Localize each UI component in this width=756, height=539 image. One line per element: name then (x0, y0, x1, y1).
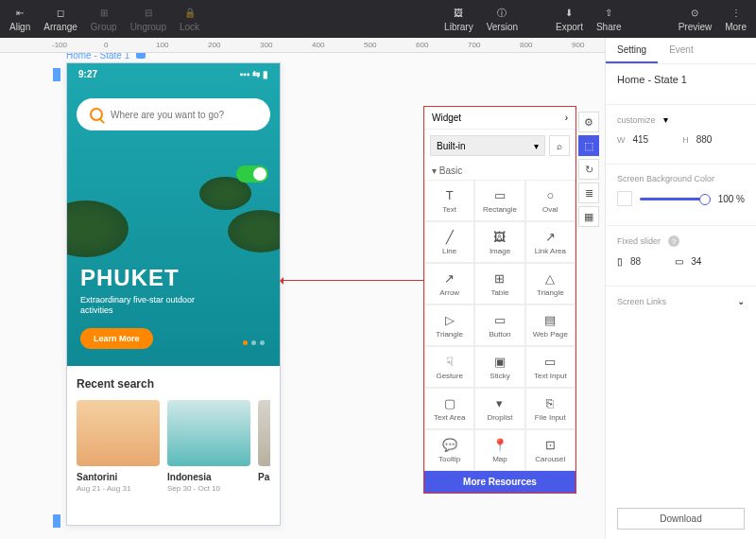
status-signal: ▪▪▪ ⇆ ▮ (240, 69, 268, 79)
canvas[interactable]: Home - State 1 9:27 ▪▪▪ ⇆ ▮ PHUKET Extra… (0, 53, 605, 539)
widget-button[interactable]: ▭Button (474, 304, 524, 346)
more-button[interactable]: ⋮More (725, 7, 747, 32)
widget-gesture[interactable]: ☟Gesture (424, 346, 474, 388)
refresh-icon[interactable]: ↻ (578, 159, 599, 180)
width-input[interactable]: 415 (633, 134, 649, 145)
preview-icon: ⊙ (688, 7, 701, 20)
more-icon: ⋮ (730, 7, 743, 20)
arrange-button[interactable]: ◻Arrange (43, 7, 77, 32)
ungroup-button[interactable]: ⊟Ungroup (130, 7, 166, 32)
link-area-icon: ↗ (542, 229, 558, 244)
recent-card[interactable]: IndonesiaSep 30 - Oct 10 (167, 400, 250, 493)
color-swatch[interactable] (617, 191, 632, 206)
export-button[interactable]: ⬇Export (556, 7, 583, 32)
customize-dropdown[interactable]: customize ▾ (617, 114, 745, 125)
grid-icon[interactable]: ▦ (578, 206, 599, 227)
side-toolbar: ⚙ ⬚ ↻ ≣ ▦ (578, 112, 601, 227)
slider-val-1[interactable]: 88 (630, 256, 641, 267)
learn-more-button[interactable]: Learn More (80, 328, 153, 349)
widget-category-select[interactable]: Built-in ▾ (430, 135, 545, 156)
recent-card[interactable]: SantoriniAug 21 - Aug 31 (77, 400, 160, 493)
search-input[interactable] (111, 110, 257, 120)
widget-table[interactable]: ⊞Table (474, 263, 524, 304)
device-icon: ▯ (617, 256, 623, 267)
toggle-switch[interactable] (236, 165, 268, 183)
widget-search-button[interactable]: ⌕ (549, 135, 570, 156)
widget-web-page[interactable]: ▤Web Page (525, 304, 576, 346)
card-date: Aug 21 - Aug 31 (77, 484, 160, 493)
arrange-icon: ◻ (54, 7, 67, 20)
cube-icon[interactable]: ⬚ (578, 135, 599, 156)
height-input[interactable]: 880 (696, 134, 713, 145)
hero-title: PHUKET (80, 265, 266, 291)
chevron-right-icon: › (565, 113, 568, 123)
rectangle-icon: ▭ (492, 187, 507, 202)
search-icon (90, 108, 103, 121)
widget-text-input[interactable]: ▭Text Input (525, 346, 576, 388)
slider-val-2[interactable]: 34 (691, 256, 701, 267)
sticky-icon: ▣ (492, 354, 507, 369)
help-icon[interactable]: ? (668, 235, 679, 247)
widget-triangle[interactable]: ▷Triangle (424, 304, 474, 346)
pagination-dots[interactable] (243, 340, 265, 345)
card-date: Sep 30 - Oct 10 (167, 484, 250, 493)
bg-color-label: Screen Background Color (617, 174, 745, 183)
widget-header[interactable]: Widget › (424, 107, 576, 130)
widget-file-input[interactable]: ⎘File Input (525, 388, 576, 429)
selection-marker (53, 514, 60, 528)
widget-triangle[interactable]: △Triangle (525, 263, 576, 304)
version-icon: ⓘ (495, 7, 508, 20)
widget-oval[interactable]: ○Oval (525, 180, 576, 221)
device-icon: ▭ (675, 256, 683, 267)
widget-map[interactable]: 📍Map (474, 429, 524, 471)
widget-image[interactable]: 🖼Image (474, 221, 524, 263)
tab-setting[interactable]: Setting (606, 38, 658, 63)
preview-button[interactable]: ⊙Preview (679, 7, 713, 32)
top-toolbar: ⇤Align◻Arrange⊞Group⊟Ungroup🔒Lock 🖼Libra… (0, 0, 756, 38)
lock-button[interactable]: 🔒Lock (180, 7, 199, 32)
button-icon: ▭ (492, 312, 507, 327)
image-icon: 🖼 (492, 229, 507, 244)
align-button[interactable]: ⇤Align (9, 7, 30, 32)
card-image (167, 400, 250, 466)
breadcrumb[interactable]: Home - State 1 (66, 53, 146, 61)
widget-arrow[interactable]: ↗Arrow (424, 263, 474, 304)
download-button[interactable]: Download (617, 508, 745, 530)
share-button[interactable]: ⇧Share (596, 7, 622, 32)
settings-icon[interactable]: ⚙ (578, 112, 599, 132)
widget-link-area[interactable]: ↗Link Area (525, 221, 576, 263)
share-icon: ⇧ (602, 7, 615, 20)
screen-links-dropdown[interactable]: Screen Links ⌄ (617, 296, 745, 306)
phone-mockup[interactable]: 9:27 ▪▪▪ ⇆ ▮ PHUKET Extraordinary five-s… (66, 62, 281, 526)
widget-header-label: Widget (432, 113, 461, 123)
recent-title: Recent search (77, 377, 270, 391)
tab-event[interactable]: Event (658, 38, 705, 63)
library-button[interactable]: 🖼Library (444, 7, 473, 32)
recent-section: Recent search SantoriniAug 21 - Aug 31In… (67, 366, 280, 504)
annotation-arrow (282, 280, 425, 281)
widget-tooltip[interactable]: 💬Tooltip (424, 429, 474, 471)
group-icon: ⊞ (97, 7, 111, 20)
search-box[interactable] (77, 98, 270, 130)
opacity-slider[interactable] (640, 198, 711, 200)
layers-icon[interactable]: ≣ (578, 183, 599, 203)
recent-card[interactable]: Paris (258, 400, 270, 493)
library-icon: 🖼 (452, 7, 465, 20)
status-time: 9:27 (78, 69, 97, 79)
properties-panel: Setting Event Home - State 1 customize ▾… (605, 38, 756, 539)
widget-category-label[interactable]: ▾ Basic (424, 162, 576, 180)
card-image (258, 400, 270, 466)
group-button[interactable]: ⊞Group (91, 7, 117, 32)
widget-sticky[interactable]: ▣Sticky (474, 346, 524, 388)
more-resources-button[interactable]: More Resources (424, 471, 576, 493)
pin-icon[interactable] (136, 53, 146, 59)
widget-rectangle[interactable]: ▭Rectangle (474, 180, 524, 221)
widget-text[interactable]: TText (424, 180, 474, 221)
widget-droplist[interactable]: ▾Droplist (474, 388, 524, 429)
widget-text-area[interactable]: ▢Text Area (424, 388, 474, 429)
widget-carousel[interactable]: ⊡Carousel (525, 429, 576, 471)
version-button[interactable]: ⓘVersion (487, 7, 518, 32)
web-page-icon: ▤ (542, 312, 558, 327)
file-input-icon: ⎘ (542, 395, 558, 410)
widget-line[interactable]: ╱Line (424, 221, 474, 263)
